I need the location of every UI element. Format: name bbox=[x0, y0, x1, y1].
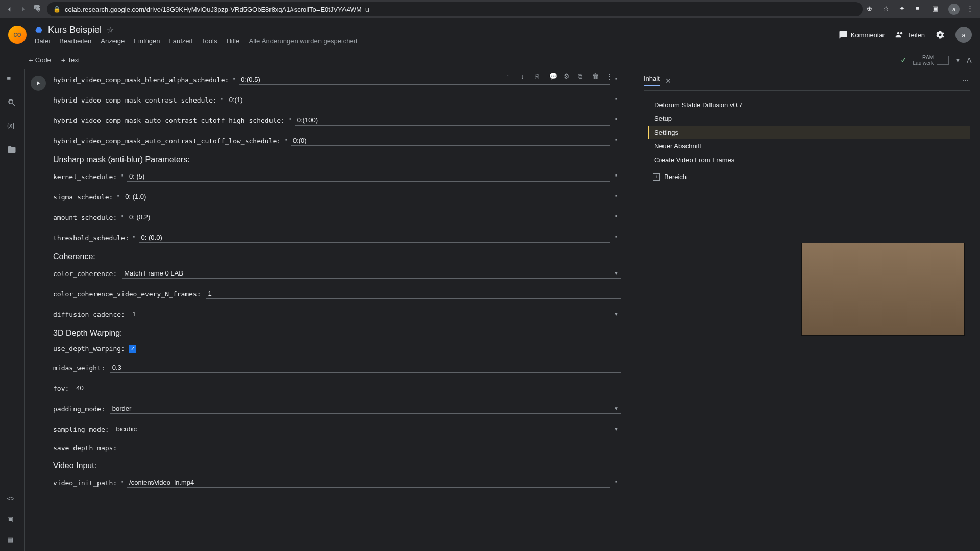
comment-button[interactable]: Kommentar bbox=[839, 30, 885, 39]
menu-help[interactable]: Hilfe bbox=[226, 37, 239, 45]
toc-item[interactable]: Deforum Stable Diffusion v0.7 bbox=[648, 98, 970, 112]
cell-settings-icon[interactable]: ⚙ bbox=[564, 72, 572, 81]
menu-bar: Datei Bearbeiten Anzeige Einfügen Laufze… bbox=[35, 37, 839, 45]
menu-edit[interactable]: Bearbeiten bbox=[59, 37, 91, 45]
run-cell-button[interactable] bbox=[31, 76, 46, 91]
field-label: fov: bbox=[53, 385, 69, 392]
field-label: save_depth_maps: bbox=[53, 444, 117, 452]
text-input[interactable] bbox=[127, 478, 610, 488]
saved-status[interactable]: Alle Änderungen wurden gespeichert bbox=[249, 37, 357, 45]
form-row: color_coherence_video_every_N_frames: bbox=[53, 287, 621, 301]
text-input[interactable] bbox=[291, 136, 610, 146]
section-heading: Video Input: bbox=[53, 461, 621, 470]
code-snippets-icon[interactable]: <> bbox=[7, 495, 17, 505]
text-input[interactable] bbox=[139, 233, 611, 243]
toc-item[interactable]: Neuer Abschnitt bbox=[648, 139, 970, 153]
select-input[interactable]: border▼ bbox=[110, 404, 621, 414]
mirror-icon[interactable]: ⧉ bbox=[578, 72, 586, 81]
webcam-overlay bbox=[801, 243, 965, 336]
browser-menu-icon[interactable]: ⋮ bbox=[967, 5, 976, 14]
colab-logo[interactable] bbox=[8, 26, 27, 44]
field-label: sampling_mode: bbox=[53, 425, 109, 433]
menu-tools[interactable]: Tools bbox=[202, 37, 217, 45]
form-row: sampling_mode: bicubic▼ bbox=[53, 422, 621, 436]
bookmark-icon[interactable]: ☆ bbox=[883, 5, 892, 14]
toc-more-icon[interactable]: ⋯ bbox=[962, 77, 970, 84]
forward-button[interactable] bbox=[18, 4, 29, 14]
select-input[interactable]: 1▼ bbox=[130, 309, 621, 319]
ram-indicator[interactable]: RAM Laufwerk bbox=[913, 55, 949, 66]
extensions-icon[interactable]: ✦ bbox=[899, 5, 909, 14]
user-avatar[interactable]: a bbox=[955, 27, 972, 43]
select-input[interactable]: bicubic▼ bbox=[114, 424, 621, 434]
notebook-area[interactable]: ↑ ↓ ⎘ 💬 ⚙ ⧉ 🗑 ⋮ hybrid_video_comp_mask_b… bbox=[24, 69, 633, 551]
browser-avatar[interactable]: a bbox=[948, 4, 960, 15]
text-input[interactable] bbox=[110, 363, 621, 373]
text-input[interactable] bbox=[74, 383, 621, 393]
form-row: kernel_schedule:"" bbox=[53, 169, 621, 184]
form-row: fov: bbox=[53, 381, 621, 395]
add-code-button[interactable]: +Code bbox=[29, 56, 51, 64]
left-sidebar: ≡ {x} <> ▣ ▤ bbox=[0, 69, 24, 551]
menu-insert[interactable]: Einfügen bbox=[134, 37, 160, 45]
field-label: padding_mode: bbox=[53, 405, 105, 413]
settings-icon[interactable] bbox=[935, 30, 945, 40]
toc-item[interactable]: Setup bbox=[648, 112, 970, 126]
checkbox-input[interactable] bbox=[129, 345, 136, 353]
reload-button[interactable] bbox=[33, 4, 43, 14]
panel-icon[interactable]: ▣ bbox=[932, 5, 941, 14]
collapse-header-button[interactable]: ᐱ bbox=[967, 56, 972, 64]
form-row: hybrid_video_comp_mask_auto_contrast_cut… bbox=[53, 134, 621, 148]
form-row: threshold_schedule:"" bbox=[53, 231, 621, 245]
text-input[interactable] bbox=[127, 212, 610, 222]
move-down-icon[interactable]: ↓ bbox=[521, 72, 529, 81]
text-input[interactable] bbox=[295, 115, 610, 126]
link-icon[interactable]: ⎘ bbox=[535, 72, 543, 81]
text-input[interactable] bbox=[127, 171, 610, 182]
resource-bars bbox=[937, 56, 949, 65]
search-icon[interactable] bbox=[7, 98, 17, 108]
checkbox-input[interactable] bbox=[121, 445, 128, 452]
toc-item[interactable]: Settings bbox=[648, 126, 970, 139]
toolbar: +Code +Text ✓ RAM Laufwerk ▼ ᐱ bbox=[0, 51, 980, 69]
document-title[interactable]: Kurs Beispiel bbox=[48, 24, 102, 35]
toc-item[interactable]: Create Video From Frames bbox=[648, 153, 970, 167]
command-palette-icon[interactable]: ▤ bbox=[7, 536, 17, 546]
field-label: hybrid_video_comp_mask_contrast_schedule… bbox=[53, 96, 217, 104]
form-row: color_coherence: Match Frame 0 LAB▼ bbox=[53, 266, 621, 281]
drive-icon bbox=[35, 26, 43, 34]
colab-header: Kurs Beispiel ☆ Datei Bearbeiten Anzeige… bbox=[0, 18, 980, 51]
share-button[interactable]: Teilen bbox=[895, 30, 925, 39]
menu-file[interactable]: Datei bbox=[35, 37, 50, 45]
browser-chrome: 🔒 colab.research.google.com/drive/13G9KH… bbox=[0, 0, 980, 18]
variables-icon[interactable]: {x} bbox=[7, 121, 17, 132]
form-row: amount_schedule:"" bbox=[53, 210, 621, 224]
toc-add-section[interactable]: +Bereich bbox=[648, 170, 970, 184]
star-icon[interactable]: ☆ bbox=[107, 25, 114, 35]
field-label: use_depth_warping: bbox=[53, 345, 125, 353]
address-bar[interactable]: 🔒 colab.research.google.com/drive/13G9KH… bbox=[47, 2, 863, 16]
back-button[interactable] bbox=[4, 4, 14, 14]
delete-cell-icon[interactable]: 🗑 bbox=[592, 72, 600, 81]
runtime-dropdown[interactable]: ▼ bbox=[955, 57, 961, 63]
menu-runtime[interactable]: Laufzeit bbox=[169, 37, 193, 45]
install-icon[interactable]: ⊕ bbox=[867, 5, 876, 14]
text-input[interactable] bbox=[227, 95, 610, 105]
reading-list-icon[interactable]: ≡ bbox=[916, 5, 925, 14]
comment-cell-icon[interactable]: 💬 bbox=[549, 72, 557, 81]
comment-icon bbox=[839, 30, 848, 39]
files-icon[interactable] bbox=[7, 145, 17, 155]
close-toc-button[interactable]: ✕ bbox=[665, 77, 671, 85]
field-label: threshold_schedule: bbox=[53, 234, 129, 242]
move-up-icon[interactable]: ↑ bbox=[506, 72, 514, 81]
more-icon[interactable]: ⋮ bbox=[606, 72, 615, 81]
select-input[interactable]: Match Frame 0 LAB▼ bbox=[122, 268, 621, 279]
toc-icon[interactable]: ≡ bbox=[7, 74, 17, 85]
terminal-icon[interactable]: ▣ bbox=[7, 515, 17, 525]
text-input[interactable] bbox=[206, 289, 621, 299]
add-text-button[interactable]: +Text bbox=[61, 56, 80, 64]
form-row: midas_weight: bbox=[53, 361, 621, 375]
text-input[interactable] bbox=[123, 192, 610, 202]
menu-view[interactable]: Anzeige bbox=[101, 37, 125, 45]
toc-panel: Inhalt ✕ ⋯ Deforum Stable Diffusion v0.7… bbox=[633, 69, 980, 551]
